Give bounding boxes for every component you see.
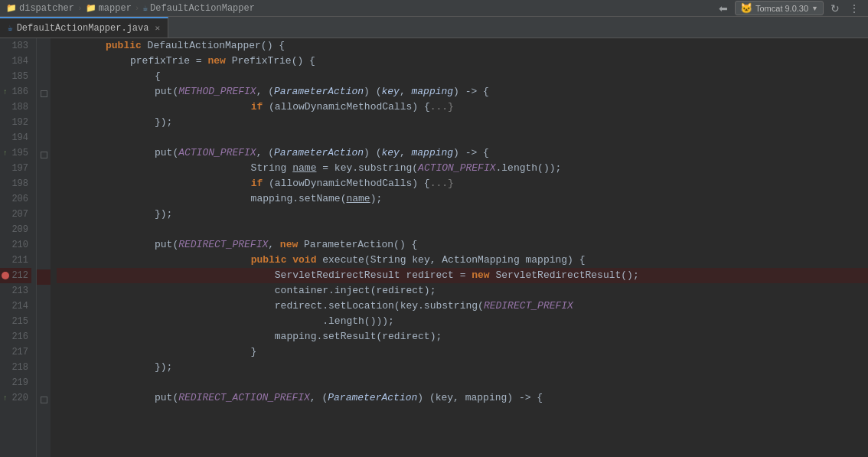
- breadcrumb-sep-1: ›: [77, 4, 83, 13]
- fold-box-195[interactable]: [41, 152, 47, 158]
- code-line-185: {: [57, 69, 868, 84]
- fold-row-185: [37, 70, 51, 86]
- code-line-217: }: [57, 344, 868, 360]
- code-line-209: [57, 222, 868, 237]
- code-line-198: if (allowDynamicMethodCalls) {...}: [57, 176, 868, 191]
- folder-icon: 📁: [6, 3, 17, 13]
- fold-row-183: [37, 40, 51, 55]
- chevron-down-icon: ▼: [811, 5, 818, 12]
- code-line-215: .length()));: [57, 314, 868, 329]
- fold-row-217: [37, 346, 51, 361]
- line-218: 218: [0, 360, 31, 375]
- fold-row-219: [37, 377, 51, 392]
- breadcrumb-sep-2: ›: [135, 4, 140, 13]
- code-line-210: put(REDIRECT_PREFIX, new ParameterAction…: [57, 237, 868, 253]
- code-line-216: mapping.setResult(redirect);: [57, 329, 868, 344]
- breadcrumb-file-label: DefaultActionMapper: [150, 3, 255, 14]
- tab-bar: ☕ DefaultActionMapper.java ✕: [0, 17, 868, 38]
- back-button[interactable]: ⬅: [716, 2, 730, 15]
- tab-label: DefaultActionMapper.java: [17, 23, 149, 34]
- line-215: 215: [0, 314, 31, 329]
- line-213: 213: [0, 283, 31, 299]
- breadcrumb-dispatcher-label: dispatcher: [19, 3, 74, 14]
- line-185: 185: [0, 69, 31, 84]
- tab-file-icon: ☕: [8, 23, 13, 33]
- code-content[interactable]: public DefaultActionMapper() { prefixTri…: [51, 38, 868, 457]
- fold-row-210: [37, 239, 51, 254]
- line-219: 219: [0, 375, 31, 390]
- line-192: 192: [0, 115, 31, 130]
- code-line-220: put(REDIRECT_ACTION_PREFIX, (ParameterAc…: [57, 390, 868, 406]
- line-188: 188: [0, 100, 31, 115]
- code-line-186: put(METHOD_PREFIX, (ParameterAction) (ke…: [57, 84, 868, 100]
- breadcrumb-mapper[interactable]: 📁 mapper: [86, 3, 132, 14]
- tomcat-button[interactable]: 🐱 Tomcat 9.0.30 ▼: [735, 1, 824, 15]
- code-line-211: public void execute(String key, ActionMa…: [57, 253, 868, 268]
- fold-row-216: [37, 331, 51, 346]
- breadcrumb-right: ⬅ 🐱 Tomcat 9.0.30 ▼ ↻ ⋮: [716, 1, 862, 15]
- line-183: 183: [0, 38, 31, 54]
- fold-row-198: [37, 178, 51, 193]
- code-line-212: ServletRedirectResult redirect = new Ser…: [57, 268, 868, 283]
- fold-row-194: [37, 132, 51, 147]
- tab-close-button[interactable]: ✕: [155, 23, 160, 33]
- code-line-197: String name = key.substring(ACTION_PREFI…: [57, 161, 868, 176]
- fold-row-184: [37, 55, 51, 70]
- line-numbers-gutter: 183 184 185 ↑186 188 192 194 ↑195: [0, 38, 37, 457]
- breadcrumb-file[interactable]: ☕ DefaultActionMapper: [142, 3, 254, 14]
- tomcat-icon: 🐱: [740, 2, 752, 14]
- line-206: 206: [0, 191, 31, 207]
- line-211: 211: [0, 253, 31, 268]
- refresh-button[interactable]: ↻: [828, 2, 842, 15]
- fold-row-214: [37, 300, 51, 315]
- line-207: 207: [0, 207, 31, 222]
- code-line-188: if (allowDynamicMethodCalls) {...}: [57, 100, 868, 115]
- fold-row-213: [37, 285, 51, 300]
- line-217: 217: [0, 344, 31, 360]
- fold-row-206: [37, 193, 51, 208]
- fold-row-195[interactable]: [37, 147, 51, 162]
- code-line-195: put(ACTION_PREFIX, (ParameterAction) (ke…: [57, 145, 868, 161]
- fold-row-218: [37, 361, 51, 377]
- editor-area: 183 184 185 ↑186 188 192 194 ↑195: [0, 38, 868, 457]
- breadcrumb-mapper-label: mapper: [99, 3, 132, 14]
- fold-row-207: [37, 208, 51, 224]
- line-214: 214: [0, 299, 31, 314]
- fold-box-220[interactable]: [41, 397, 47, 403]
- more-button[interactable]: ⋮: [847, 2, 862, 15]
- code-line-213: container.inject(redirect);: [57, 283, 868, 299]
- fold-row-215: [37, 315, 51, 331]
- fold-box-186[interactable]: [41, 90, 47, 97]
- fold-row-209: [37, 224, 51, 239]
- java-file-icon: ☕: [142, 3, 148, 13]
- folder-icon-2: 📁: [86, 3, 96, 13]
- code-line-219: [57, 375, 868, 390]
- breadcrumb-bar: 📁 dispatcher › 📁 mapper › ☕ DefaultActio…: [0, 0, 868, 17]
- fold-row-188: [37, 101, 51, 116]
- line-198: 198: [0, 176, 31, 191]
- code-line-207: });: [57, 207, 868, 222]
- tab-default-action-mapper[interactable]: ☕ DefaultActionMapper.java ✕: [0, 17, 168, 38]
- fold-row-212: [37, 269, 51, 285]
- line-216: 216: [0, 329, 31, 344]
- fold-row-192: [37, 116, 51, 132]
- fold-row-220[interactable]: [37, 392, 51, 407]
- fold-row-186[interactable]: [37, 86, 51, 101]
- fold-row-197: [37, 162, 51, 178]
- breakpoint-dot-212: [2, 272, 9, 279]
- line-195: ↑195: [0, 145, 31, 161]
- fold-icons: [37, 38, 51, 457]
- code-line-206: mapping.setName(name);: [57, 191, 868, 207]
- line-212: 212: [0, 268, 31, 283]
- line-197: 197: [0, 161, 31, 176]
- line-194: 194: [0, 130, 31, 145]
- breadcrumb-dispatcher[interactable]: 📁 dispatcher: [6, 3, 74, 14]
- line-186: ↑186: [0, 84, 31, 100]
- line-210: 210: [0, 237, 31, 253]
- fold-row-211: [37, 254, 51, 269]
- code-line-194: [57, 130, 868, 145]
- line-220: ↑220: [0, 390, 31, 406]
- line-184: 184: [0, 54, 31, 69]
- code-line-183: public DefaultActionMapper() {: [57, 38, 868, 54]
- line-209: 209: [0, 222, 31, 237]
